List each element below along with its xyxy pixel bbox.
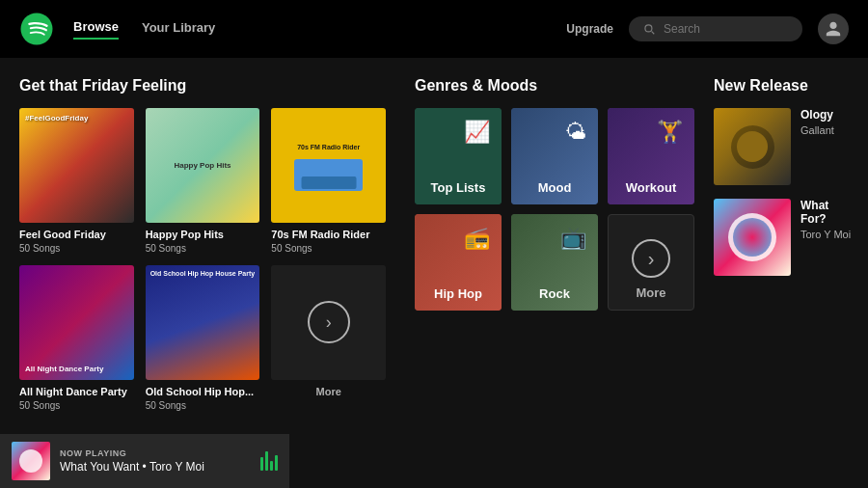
rock-icon: 📺 [560,226,586,251]
playlist-songs-happy-pop: 50 Songs [146,243,260,254]
art-text-happy: Happy Pop Hits [170,157,234,174]
playlist-thumb-70s: 70s FM Radio Rider [271,108,386,223]
playlist-songs-hiphop: 50 Songs [146,400,260,411]
now-playing-track: What You Want • Toro Y Moi [60,460,251,474]
release-artist-what-for: Toro Y Moi [800,229,853,240]
search-input[interactable] [664,22,779,36]
release-name-what-for: What For? [800,199,853,226]
search-icon [642,22,656,36]
bar-2 [265,451,268,471]
playlist-thumb-hiphop: Old School Hip Hop House Party [146,265,260,380]
nav-right: Upgrade [566,14,849,44]
friday-section: Get that Friday Feeling #FeelGoodFriday … [0,58,405,434]
genre-card-top-lists[interactable]: 📈 Top Lists [415,108,502,204]
mood-icon: 🌤 [565,120,586,145]
now-playing-thumb [12,442,50,480]
main-content: Get that Friday Feeling #FeelGoodFriday … [0,58,868,434]
playlist-name-dance: All Night Dance Party [19,385,134,398]
nav-links: Browse Your Library [73,19,566,40]
new-releases-title: New Release [714,77,853,95]
genre-card-hip-hop[interactable]: 📻 Hip Hop [415,214,502,311]
chevron-right-icon: › [326,312,332,333]
genre-label-more: More [636,285,665,300]
playlist-songs-dance: 50 Songs [19,400,134,411]
more-label: More [271,385,386,398]
art-text-feel-good: #FeelGoodFriday [25,114,88,123]
now-playing-bar: NOW PLAYING What You Want • Toro Y Moi [0,434,289,488]
bar-4 [275,455,278,471]
release-name-ology: Ology [800,108,853,122]
genre-label-workout: Workout [626,180,676,195]
genre-label-mood: Mood [538,180,572,195]
top-lists-icon: 📈 [464,120,490,145]
genre-label-top-lists: Top Lists [431,180,486,195]
nav-browse[interactable]: Browse [73,19,119,40]
search-box[interactable] [629,16,802,41]
release-info-ology: Ology Gallant [800,108,853,136]
genres-section: Genres & Moods 📈 Top Lists 🌤 Mood 🏋 Work… [405,58,704,434]
genre-grid: 📈 Top Lists 🌤 Mood 🏋 Workout 📻 Hip Hop [415,108,694,311]
playlist-card-more[interactable]: › More [271,265,386,411]
person-icon [825,20,842,38]
genre-card-workout[interactable]: 🏋 Workout [608,108,694,204]
playlist-name-happy-pop: Happy Pop Hits [146,228,260,241]
playlist-songs-70s: 50 Songs [271,243,386,254]
art-text-hiphop: Old School Hip Hop House Party [150,270,256,278]
genres-section-title: Genres & Moods [415,77,694,95]
more-genre-chevron-icon: › [648,249,655,268]
new-releases-section: New Release Ology Gallant [704,58,868,434]
now-playing-info: NOW PLAYING What You Want • Toro Y Moi [60,448,251,474]
playlist-thumb-dance: All Night Dance Party [19,265,134,380]
playlist-card-dance[interactable]: All Night Dance Party All Night Dance Pa… [19,265,134,411]
playlist-thumb-feel-good: #FeelGoodFriday [19,108,134,223]
workout-icon: 🏋 [657,120,683,145]
playlist-card-hiphop[interactable]: Old School Hip Hop House Party Old Schoo… [146,265,260,411]
nav-bar: Browse Your Library Upgrade [0,0,868,58]
friday-section-title: Get that Friday Feeling [19,77,386,95]
release-info-what-for: What For? Toro Y Moi [800,199,853,240]
more-genre-circle: › [632,239,670,278]
release-thumb-what-for [714,199,791,276]
playlist-name-hiphop: Old School Hip Hop... [146,385,260,398]
user-icon[interactable] [818,14,849,44]
genre-label-rock: Rock [539,286,570,301]
upgrade-button[interactable]: Upgrade [566,22,613,36]
playlist-grid: #FeelGoodFriday Feel Good Friday 50 Song… [19,108,386,411]
playlist-thumb-more: › [271,265,386,380]
art-text-70s: 70s FM Radio Rider [293,139,364,155]
ology-art-detail [731,125,774,169]
hiphop-icon: 📻 [464,226,490,251]
whatfor-art-detail [728,213,776,261]
playlist-songs-feel-good: 50 Songs [19,243,134,254]
release-artist-ology: Gallant [800,124,853,136]
release-card-what-for[interactable]: What For? Toro Y Moi [714,199,853,276]
art-text-dance: All Night Dance Party [25,365,103,374]
playlist-name-feel-good: Feel Good Friday [19,228,134,241]
genre-card-rock[interactable]: 📺 Rock [511,214,598,311]
svg-point-0 [21,14,53,45]
spotify-logo[interactable] [19,12,54,46]
release-thumb-ology [714,108,791,185]
playlist-card-happy-pop[interactable]: Happy Pop Hits Happy Pop Hits 50 Songs [146,108,260,254]
genre-card-more[interactable]: › More [608,214,694,311]
playlist-thumb-happy-pop: Happy Pop Hits [146,108,260,223]
genre-label-hip-hop: Hip Hop [434,286,482,301]
now-playing-label: NOW PLAYING [60,448,251,458]
more-circle: › [308,301,350,343]
playlist-name-70s: 70s FM Radio Rider [271,228,386,241]
genre-card-mood[interactable]: 🌤 Mood [511,108,598,204]
nav-library[interactable]: Your Library [142,20,215,39]
playlist-card-feel-good[interactable]: #FeelGoodFriday Feel Good Friday 50 Song… [19,108,134,254]
now-playing-bars [260,451,278,471]
release-card-ology[interactable]: Ology Gallant [714,108,853,185]
playlist-card-70s[interactable]: 70s FM Radio Rider 70s FM Radio Rider 50… [271,108,386,254]
bar-3 [270,461,273,471]
bar-1 [260,457,263,471]
